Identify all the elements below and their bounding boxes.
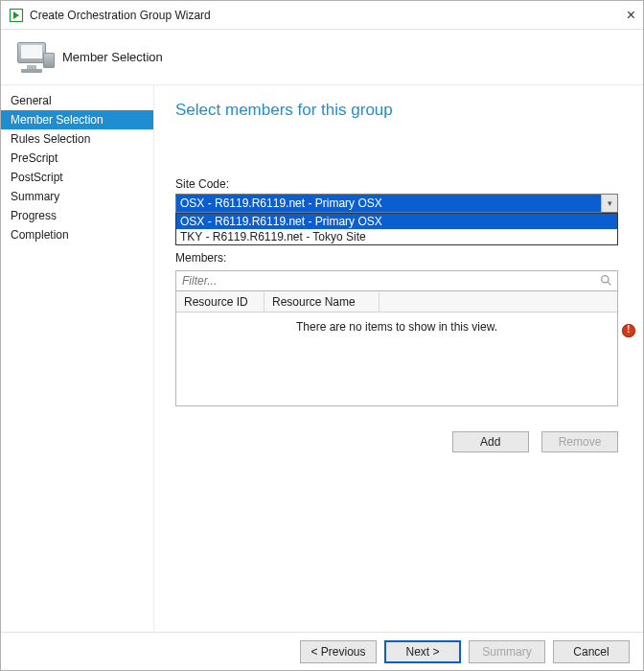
wizard-window: Create Orchestration Group Wizard × Memb… [0,0,644,671]
page-header: Member Selection [1,30,643,85]
remove-button: Remove [541,431,618,452]
sidebar-item-member-selection[interactable]: Member Selection [1,110,153,129]
add-button[interactable]: Add [452,431,529,452]
window-title: Create Orchestration Group Wizard [30,9,597,22]
sidebar-item-general[interactable]: General [1,91,153,110]
wizard-steps-sidebar: General Member Selection Rules Selection… [1,85,154,632]
sidebar-item-progress[interactable]: Progress [1,206,153,225]
main-content: Select members for this group Site Code:… [154,85,643,632]
page-title: Member Selection [62,50,163,64]
warning-icon [622,324,635,337]
sidebar-item-rules-selection[interactable]: Rules Selection [1,129,153,149]
search-icon [600,274,612,289]
summary-button: Summary [469,640,545,663]
sitecode-option[interactable]: OSX - R6119.R6119.net - Primary OSX [176,214,617,229]
previous-button[interactable]: < Previous [300,640,377,663]
computer-icon [14,39,51,76]
sitecode-combobox[interactable]: OSX - R6119.R6119.net - Primary OSX ▾ [175,194,618,213]
wizard-footer: < Previous Next > Summary Cancel [1,632,643,670]
column-header-resource-name[interactable]: Resource Name [264,292,380,312]
sidebar-item-prescript[interactable]: PreScript [1,149,153,168]
close-icon[interactable]: × [597,7,635,24]
sidebar-item-completion[interactable]: Completion [1,225,153,244]
cancel-button[interactable]: Cancel [553,640,630,663]
grid-empty-text: There are no items to show in this view. [176,312,617,341]
svg-line-2 [608,282,610,285]
next-button[interactable]: Next > [384,640,461,663]
titlebar: Create Orchestration Group Wizard × [1,1,643,30]
members-label: Members: [175,251,618,265]
members-grid: Resource ID Resource Name There are no i… [175,291,618,406]
sitecode-value: OSX - R6119.R6119.net - Primary OSX [180,197,382,210]
section-heading: Select members for this group [175,101,618,120]
column-header-resource-id[interactable]: Resource ID [176,292,264,312]
sidebar-item-postscript[interactable]: PostScript [1,168,153,187]
members-filter-input[interactable] [175,270,618,291]
sitecode-dropdown: OSX - R6119.R6119.net - Primary OSX TKY … [175,213,618,245]
sidebar-item-summary[interactable]: Summary [1,187,153,206]
chevron-down-icon[interactable]: ▾ [601,195,617,212]
sitecode-option[interactable]: TKY - R6119.R6119.net - Tokyo Site [176,229,617,244]
app-icon [9,8,24,23]
svg-point-1 [602,276,609,283]
sitecode-label: Site Code: [175,177,618,191]
